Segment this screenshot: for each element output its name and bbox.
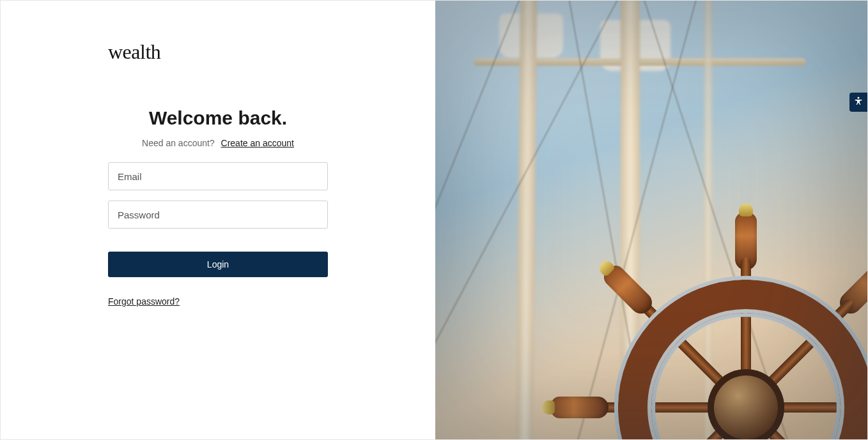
forgot-password-link[interactable]: Forgot password?	[108, 296, 180, 307]
password-field[interactable]	[108, 201, 328, 229]
svg-point-0	[858, 97, 860, 99]
need-account-text: Need an account?	[142, 138, 215, 148]
brand-logo: wealth	[108, 40, 328, 64]
login-panel: wealth Welcome back. Need an account? Cr…	[1, 1, 435, 439]
login-button[interactable]: Login	[108, 252, 328, 277]
hero-decoration	[516, 1, 537, 439]
page-title: Welcome back.	[108, 107, 328, 129]
hero-image	[435, 1, 867, 439]
signup-prompt: Need an account? Create an account	[108, 138, 328, 148]
logo-container: wealth	[108, 40, 328, 64]
login-form: Welcome back. Need an account? Create an…	[108, 107, 328, 307]
email-field[interactable]	[108, 162, 328, 190]
accessibility-person-icon	[853, 96, 864, 109]
ship-wheel-graphic	[548, 209, 867, 439]
create-account-link[interactable]: Create an account	[221, 138, 294, 148]
accessibility-widget-button[interactable]	[849, 93, 867, 112]
